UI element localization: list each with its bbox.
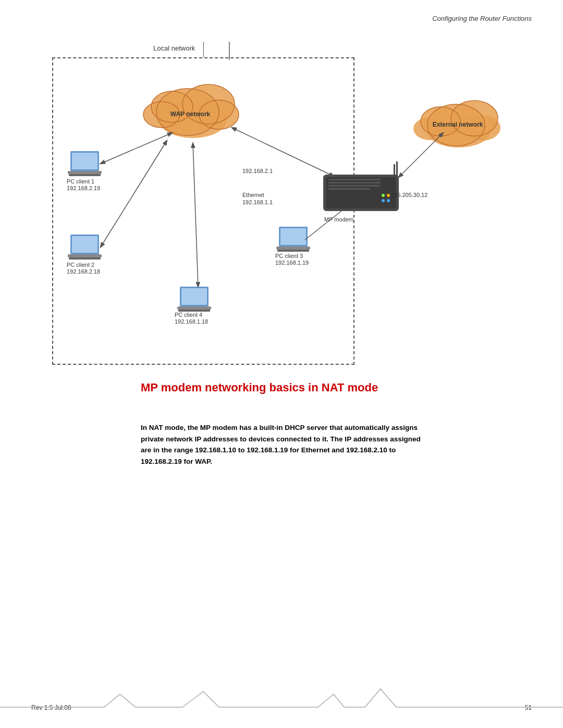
section-title-text: MP modem networking basics in NAT mode: [141, 381, 378, 394]
svg-point-15: [464, 115, 500, 141]
vertical-line: [203, 42, 204, 57]
svg-point-31: [387, 199, 390, 202]
svg-point-18: [427, 104, 485, 146]
svg-point-14: [421, 107, 460, 136]
waveform-decoration: [0, 686, 563, 718]
svg-point-20: [421, 107, 460, 136]
header-title: Configuring the Router Functions: [432, 15, 532, 22]
svg-rect-32: [394, 164, 395, 176]
page-header: Configuring the Router Functions: [432, 15, 532, 22]
svg-point-16: [413, 117, 447, 140]
svg-point-28: [382, 194, 385, 197]
local-network-label: Local network: [151, 44, 197, 52]
svg-point-29: [387, 194, 390, 197]
svg-rect-33: [396, 162, 398, 176]
svg-line-57: [399, 133, 443, 177]
svg-point-30: [382, 199, 385, 202]
svg-point-13: [451, 101, 498, 136]
local-network-box: [52, 57, 354, 365]
diagram-container: Local network WAP network: [26, 42, 527, 365]
svg-text:205.205.30.12: 205.205.30.12: [391, 192, 427, 198]
section-title: MP modem networking basics in NAT mode: [141, 380, 433, 396]
svg-point-19: [451, 101, 498, 136]
external-cloud: External network: [413, 101, 500, 147]
section-body-text: In NAT mode, the MP modem has a built-in…: [141, 422, 433, 467]
section-body: In NAT mode, the MP modem has a built-in…: [141, 422, 433, 467]
svg-point-12: [427, 104, 485, 146]
svg-point-17: [427, 116, 490, 147]
svg-text:External network: External network: [433, 121, 483, 128]
